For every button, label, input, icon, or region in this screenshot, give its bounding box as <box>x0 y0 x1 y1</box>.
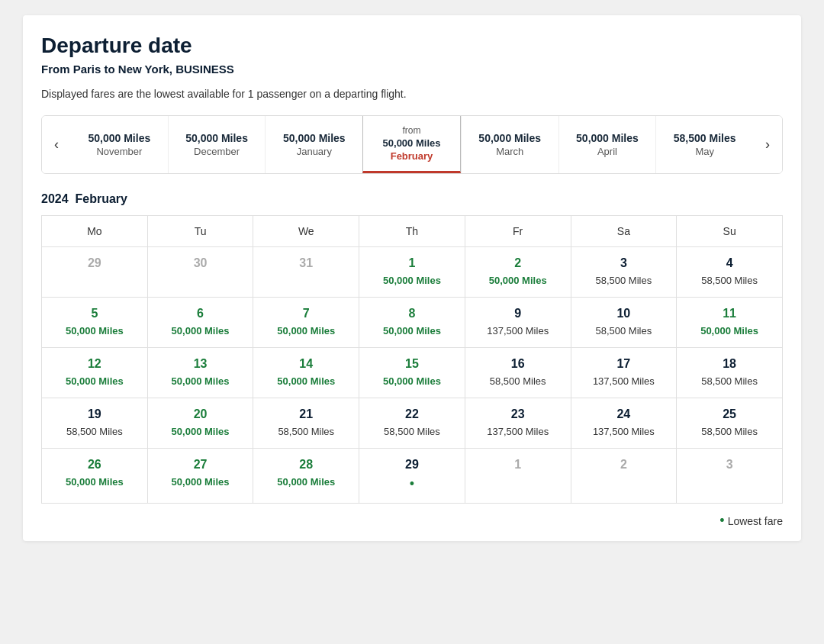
calendar-cell[interactable]: 1058,500 Miles <box>571 298 677 348</box>
calendar-cell[interactable]: 2050,000 Miles <box>147 398 253 449</box>
day-fare: 137,500 Miles <box>472 426 565 437</box>
day-number: 26 <box>48 458 141 472</box>
calendar-cell[interactable]: 650,000 Miles <box>147 298 253 348</box>
month-miles: 50,000 Miles <box>576 132 639 144</box>
day-fare: 50,000 Miles <box>48 476 141 488</box>
day-number: 18 <box>683 357 776 371</box>
calendar-cell[interactable]: 1658,500 Miles <box>465 348 571 398</box>
calendar-cell[interactable]: 2158,500 Miles <box>253 398 359 449</box>
month-miles: 50,000 Miles <box>283 132 346 144</box>
day-fare: 50,000 Miles <box>259 476 352 488</box>
day-fare: 50,000 Miles <box>259 325 352 336</box>
calendar-cell[interactable]: 750,000 Miles <box>253 298 359 348</box>
calendar-cell[interactable]: 2650,000 Miles <box>42 449 148 504</box>
calendar-cell: 2 <box>571 449 677 504</box>
next-month-button[interactable]: › <box>753 116 782 173</box>
calendar-cell[interactable]: 29• <box>359 449 465 504</box>
calendar-header: 2024 February <box>41 192 783 206</box>
calendar-cell[interactable]: 1150,000 Miles <box>677 298 783 348</box>
calendar-cell[interactable]: 150,000 Miles <box>359 247 465 298</box>
weekday-su: Su <box>677 216 783 247</box>
month-item-january[interactable]: 50,000 Miles January <box>265 116 362 173</box>
day-fare: 50,000 Miles <box>365 275 459 286</box>
weekday-we: We <box>253 216 359 247</box>
day-number: 1 <box>365 256 459 270</box>
day-number: 9 <box>472 307 565 320</box>
day-fare: 58,500 Miles <box>472 375 565 387</box>
day-fare: 58,500 Miles <box>259 426 352 437</box>
day-number: 29 <box>48 256 141 270</box>
calendar-cell[interactable]: 1350,000 Miles <box>147 348 253 398</box>
day-number: 13 <box>154 357 247 371</box>
day-fare: 50,000 Miles <box>154 426 247 437</box>
day-number: 21 <box>259 407 352 421</box>
month-miles: 58,500 Miles <box>674 132 736 144</box>
page-title: Departure date <box>41 34 783 58</box>
day-fare: 50,000 Miles <box>259 375 352 387</box>
calendar-cell[interactable]: 9137,500 Miles <box>465 298 571 348</box>
day-fare: 58,500 Miles <box>578 275 671 286</box>
month-name: May <box>695 146 714 157</box>
months-list: 50,000 Miles November 50,000 Miles Decem… <box>71 116 753 173</box>
month-item-may[interactable]: 58,500 Miles May <box>655 116 753 173</box>
day-fare: 50,000 Miles <box>48 375 141 387</box>
month-miles: 50,000 Miles <box>383 137 441 149</box>
month-name: January <box>297 146 332 157</box>
calendar-cell: 29 <box>42 247 148 298</box>
month-miles: 50,000 Miles <box>88 132 150 144</box>
weekday-th: Th <box>359 216 465 247</box>
month-item-november[interactable]: 50,000 Miles November <box>71 116 168 173</box>
day-number: 25 <box>683 407 776 421</box>
day-number: 14 <box>259 357 352 371</box>
calendar-cell[interactable]: 1450,000 Miles <box>253 348 359 398</box>
month-item-march[interactable]: 50,000 Miles March <box>461 116 558 173</box>
month-from: from <box>403 125 421 136</box>
day-fare: 58,500 Miles <box>683 275 776 286</box>
day-number: 19 <box>48 407 141 421</box>
month-selector: ‹ 50,000 Miles November 50,000 Miles Dec… <box>41 115 783 174</box>
month-name: November <box>96 146 142 157</box>
calendar-cell[interactable]: 17137,500 Miles <box>571 348 677 398</box>
month-miles: 50,000 Miles <box>185 132 248 144</box>
calendar-cell[interactable]: 1250,000 Miles <box>42 348 148 398</box>
day-fare: 58,500 Miles <box>683 426 776 437</box>
page-subtitle: From Paris to New York, BUSINESS <box>41 63 783 76</box>
calendar-cell: 31 <box>253 247 359 298</box>
calendar-cell[interactable]: 358,500 Miles <box>571 247 677 298</box>
day-number: 2 <box>472 256 565 270</box>
month-item-december[interactable]: 50,000 Miles December <box>168 116 266 173</box>
calendar-cell[interactable]: 550,000 Miles <box>42 298 148 348</box>
month-name: February <box>391 150 433 162</box>
day-fare: 50,000 Miles <box>48 325 141 336</box>
calendar-cell[interactable]: 2258,500 Miles <box>359 398 465 449</box>
day-number: 28 <box>259 458 352 472</box>
day-number: 4 <box>683 256 776 270</box>
month-item-april[interactable]: 50,000 Miles April <box>558 116 656 173</box>
calendar-cell[interactable]: 850,000 Miles <box>359 298 465 348</box>
day-number: 3 <box>578 256 671 270</box>
weekday-mo: Mo <box>42 216 148 247</box>
calendar-cell[interactable]: 23137,500 Miles <box>465 398 571 449</box>
month-item-february[interactable]: from 50,000 Miles February <box>362 116 461 173</box>
calendar-cell[interactable]: 24137,500 Miles <box>571 398 677 449</box>
day-number: 29 <box>365 458 459 472</box>
month-name: April <box>597 146 617 157</box>
day-number: 6 <box>154 307 247 320</box>
day-number: 11 <box>683 307 776 320</box>
calendar-cell: 1 <box>465 449 571 504</box>
weekday-sa: Sa <box>571 216 677 247</box>
calendar-cell[interactable]: 250,000 Miles <box>465 247 571 298</box>
calendar-cell[interactable]: 2850,000 Miles <box>253 449 359 504</box>
calendar-cell[interactable]: 458,500 Miles <box>677 247 783 298</box>
calendar-cell[interactable]: 2750,000 Miles <box>147 449 253 504</box>
day-number: 2 <box>578 458 671 472</box>
day-number: 17 <box>578 357 671 371</box>
calendar-cell[interactable]: 1958,500 Miles <box>42 398 148 449</box>
prev-month-button[interactable]: ‹ <box>42 116 71 173</box>
calendar-cell[interactable]: 2558,500 Miles <box>677 398 783 449</box>
day-number: 3 <box>683 458 776 472</box>
day-number: 5 <box>48 307 141 320</box>
day-number: 7 <box>259 307 352 320</box>
calendar-cell[interactable]: 1550,000 Miles <box>359 348 465 398</box>
calendar-cell[interactable]: 1858,500 Miles <box>677 348 783 398</box>
